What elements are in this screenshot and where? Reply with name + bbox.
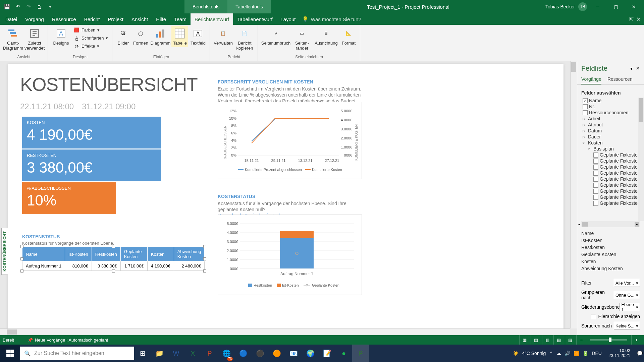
expand-icon[interactable]: ▷ [583,117,587,121]
format-button[interactable]: 📐Format [340,26,357,47]
tabelle-button[interactable]: Tabelle [171,26,188,47]
tree-row[interactable]: Geplante Fixkosten [581,158,643,164]
spotify-icon[interactable]: ● [335,345,352,362]
pane-close-icon[interactable]: ✕ [636,66,640,71]
tab-ressourcen[interactable]: Ressourcen [607,74,633,84]
view-team-icon[interactable]: ▥ [542,335,552,345]
selected-field[interactable]: Name [581,230,640,237]
view-normal-icon[interactable]: ▦ [519,335,529,345]
undo-icon[interactable]: ↶ [15,4,21,10]
pane-options-icon[interactable]: ▾ [630,66,633,71]
clock[interactable]: 10:02 23.11.2021 [605,348,634,358]
menu-vorgang[interactable]: Vorgang [21,13,48,25]
kostenstatus-table[interactable]: Name Ist-Kosten Restkosten Geplante Kost… [22,247,205,271]
field-checkbox[interactable]: ✓ [583,98,588,103]
tree-row[interactable]: Ressourcennamen [581,110,643,116]
tree-row[interactable]: Geplante Fixkosten [581,188,643,194]
app-icon-3[interactable]: 🌍 [302,345,319,362]
field-tree[interactable]: ✓NameNr.Ressourcennamen▷Arbeit▷Attribut▷… [577,98,644,221]
notifications-icon[interactable]: 💬 [637,351,643,356]
selected-field[interactable]: Kosten [581,258,640,265]
field-checkbox[interactable] [583,110,588,115]
field-checkbox[interactable] [593,189,598,194]
hierarchy-checkbox[interactable] [591,314,596,319]
formen-button[interactable]: ◯Formen [132,26,149,47]
tree-hscrollbar[interactable]: ▸◂ [581,221,640,227]
tree-row[interactable]: ▷Attribut [581,122,643,128]
field-checkbox[interactable] [583,104,588,109]
obs-icon[interactable]: ⚫ [252,345,268,362]
app-icon-1[interactable]: 🟠 [268,345,285,362]
cell-rest[interactable]: 3 380,00€ [92,261,120,271]
start-button[interactable] [0,345,20,362]
redo-icon[interactable]: ↷ [25,4,32,10]
designs-button[interactable]: A Designs [51,26,71,47]
col-name[interactable]: Name [22,247,65,261]
farben-button[interactable]: 🟥Farben▾ [72,26,109,34]
zoom-in-icon[interactable]: + [631,335,641,345]
volume-icon[interactable]: 🔊 [565,351,570,356]
battery-icon[interactable]: 🔋 [583,351,588,356]
save-icon[interactable]: 💾 [4,4,10,10]
cell-kosten[interactable]: 4 190,00€ [147,261,174,271]
schriftarten-button[interactable]: A̲Schriftarten▾ [72,34,109,42]
menu-ansicht[interactable]: Ansicht [127,13,152,25]
tree-row[interactable]: Geplante Fixkosten [581,194,643,200]
schedule-mode-icon[interactable]: 📌 [28,338,33,343]
taskbar-search[interactable]: 🔍Zur Suche Text hier eingeben [20,347,134,360]
zoom-slider[interactable] [590,339,627,341]
tree-row[interactable]: Geplante Fixkosten [581,164,643,170]
tree-scrollbar[interactable] [638,98,644,221]
tool-tab-berichtstools[interactable]: Berichtstools [184,0,227,13]
explorer-icon[interactable]: 📁 [151,345,168,362]
field-checkbox[interactable] [593,201,598,206]
tree-row[interactable]: ▷Dauer [581,134,643,140]
expand-icon[interactable]: ▷ [583,135,587,139]
tree-row[interactable]: ▿Kosten [581,140,643,146]
expand-icon[interactable]: ▿ [583,141,587,145]
field-checkbox[interactable] [593,177,598,182]
expand-icon[interactable]: ▷ [583,129,587,133]
powerpoint-icon[interactable]: P [201,345,218,362]
expand-icon[interactable]: ▷ [583,123,587,127]
menu-projekt[interactable]: Projekt [104,13,127,25]
share-icon[interactable]: ⇱ [629,16,634,22]
zoom-out-icon[interactable]: − [576,335,586,345]
file-icon[interactable]: 🗋 [36,4,42,10]
ausrichtung-button[interactable]: 🗏Ausrichtung [313,26,339,47]
tab-vorgaenge[interactable]: Vorgänge [581,74,601,84]
menu-ressource[interactable]: Ressource [48,13,80,25]
tree-row[interactable]: Nr. [581,104,643,110]
app-icon-2[interactable]: 📧 [285,345,302,362]
field-checkbox[interactable] [593,195,598,200]
seitenraender-button[interactable]: ▭Seiten- ränder [291,26,312,52]
diagramm-button[interactable]: Diagramm [150,26,171,47]
seitenumbruch-button[interactable]: ⤶Seitenumbruch [261,26,291,47]
tree-row[interactable]: Geplante Fixkosten [581,176,643,182]
cell-abw[interactable]: 2 480,00€ [174,261,205,271]
cell-name[interactable]: Auftrag Nummer 1 [22,261,65,271]
menu-layout[interactable]: Layout [276,13,300,25]
minimize-icon[interactable]: ─ [590,0,605,13]
horizontal-scrollbar[interactable] [0,328,570,335]
tree-row[interactable]: ✓Name [581,98,643,104]
bilder-button[interactable]: 🖼Bilder [115,26,131,47]
app-icon-4[interactable]: 📝 [319,345,335,362]
selected-field[interactable]: Abweichung Kosten [581,265,640,272]
edge-icon[interactable]: 🌐73 [218,345,235,362]
user-avatar[interactable]: TB [578,2,587,11]
col-istkosten[interactable]: Ist-Kosten [65,247,92,261]
language-indicator[interactable]: DEU [592,351,602,356]
selected-field[interactable]: Geplante Kosten [581,251,640,258]
view-resource-icon[interactable]: ▧ [553,335,564,345]
user-name[interactable]: Tobias Becker [545,4,575,9]
tool-tab-tabellentools[interactable]: Tabellentools [227,0,271,13]
menu-bericht[interactable]: Bericht [80,13,104,25]
tell-me-search[interactable]: 💡 Was möchten Sie tun? [302,16,361,22]
col-kosten[interactable]: Kosten [147,247,174,261]
cell-ist[interactable]: 810,00€ [65,261,92,271]
project-icon[interactable]: P [352,345,369,362]
chrome-icon[interactable]: 🔵 [235,345,252,362]
menu-tabellenentwurf[interactable]: Tabellenentwurf [233,13,276,25]
weather-text[interactable]: 4°C Sonnig [522,351,546,356]
